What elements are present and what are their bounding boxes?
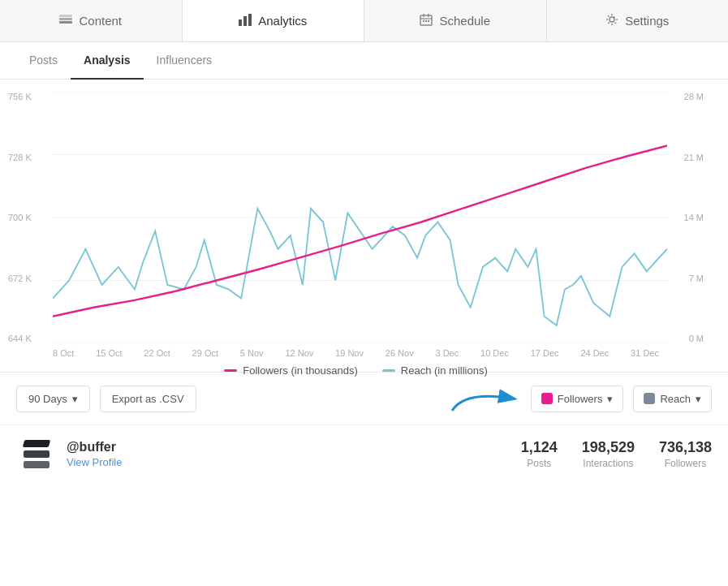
buffer-logo-icon [24, 440, 50, 468]
svg-point-13 [610, 17, 614, 22]
reach-legend-color [382, 369, 395, 372]
y-axis-left: 756 K 728 K 700 K 672 K 644 K [8, 92, 53, 343]
followers-label: Followers [665, 458, 706, 469]
svg-rect-11 [425, 20, 427, 22]
view-profile-link[interactable]: View Profile [67, 456, 122, 468]
nav-settings[interactable]: Settings [547, 0, 729, 41]
svg-rect-2 [59, 15, 72, 17]
chart-container: 756 K 728 K 700 K 672 K 644 K 28 M 21 M … [8, 92, 704, 343]
bar-chart-icon [239, 13, 252, 28]
chart-area: 756 K 728 K 700 K 672 K 644 K 28 M 21 M … [8, 80, 720, 372]
svg-rect-0 [59, 21, 72, 24]
profile-logo [16, 433, 57, 474]
subnav-influencers[interactable]: Influencers [144, 42, 225, 80]
profile-info: @buffer View Profile [67, 440, 122, 468]
layers-icon [59, 13, 72, 28]
days-filter-button[interactable]: 90 Days ▾ [16, 386, 90, 412]
chevron-down-icon: ▾ [696, 393, 701, 405]
reach-filter-button[interactable]: Reach ▾ [633, 386, 712, 412]
y-axis-right: 28 M 21 M 14 M 7 M 0 M [667, 92, 704, 343]
subnav-posts[interactable]: Posts [16, 42, 71, 80]
subnav-analysis[interactable]: Analysis [71, 42, 144, 80]
sub-navigation: Posts Analysis Influencers [0, 42, 728, 80]
nav-analytics[interactable]: Analytics [183, 0, 365, 41]
legend-reach: Reach (in millions) [382, 364, 488, 377]
chart-svg [53, 92, 667, 343]
posts-value: 1,124 [521, 439, 558, 456]
controls-row: 90 Days ▾ Export as .CSV Followers ▾ Rea… [0, 372, 728, 424]
calendar-icon [420, 13, 433, 28]
posts-label: Posts [527, 458, 551, 469]
nav-schedule[interactable]: Schedule [364, 0, 547, 41]
chevron-down-icon: ▾ [607, 393, 613, 405]
interactions-value: 198,529 [582, 439, 635, 456]
svg-rect-12 [428, 20, 429, 22]
followers-color-dot [541, 393, 553, 404]
blue-arrow-icon [448, 382, 521, 415]
reach-color-dot [644, 393, 655, 404]
profile-handle: @buffer [67, 440, 122, 455]
svg-rect-5 [248, 14, 252, 26]
stat-posts: 1,124 Posts [521, 439, 558, 469]
stat-followers: 736,138 Followers [659, 439, 712, 469]
profile-row: @buffer View Profile 1,124 Posts 198,529… [0, 424, 728, 487]
x-axis: 8 Oct 15 Oct 22 Oct 29 Oct 5 Nov 12 Nov … [8, 343, 704, 358]
followers-legend-color [224, 369, 237, 372]
legend-followers: Followers (in thousands) [224, 364, 358, 377]
chart-legend: Followers (in thousands) Reach (in milli… [8, 364, 704, 377]
svg-rect-4 [243, 16, 247, 26]
arrow-container [448, 382, 521, 415]
stats-row: 1,124 Posts 198,529 Interactions 736,138… [521, 439, 712, 469]
export-csv-button[interactable]: Export as .CSV [100, 386, 196, 412]
gear-icon [605, 13, 618, 28]
stat-interactions: 198,529 Interactions [582, 439, 635, 469]
svg-rect-3 [239, 19, 242, 26]
followers-value: 736,138 [659, 439, 712, 456]
svg-rect-1 [59, 18, 72, 20]
svg-rect-10 [423, 20, 424, 22]
chevron-down-icon: ▾ [72, 393, 78, 405]
top-navigation: Content Analytics Schedule [0, 0, 728, 42]
nav-content[interactable]: Content [0, 0, 183, 41]
followers-filter-button[interactable]: Followers ▾ [531, 386, 624, 412]
interactions-label: Interactions [583, 458, 633, 469]
